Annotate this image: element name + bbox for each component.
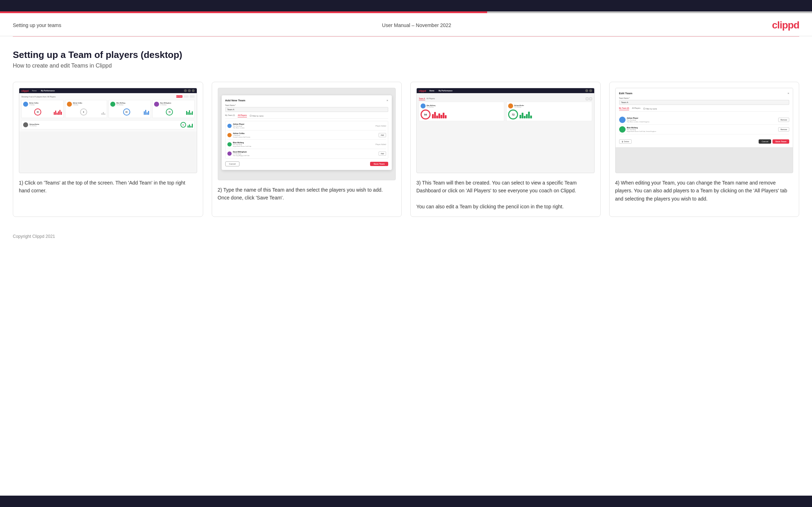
mock-cb: [250, 115, 252, 117]
mock-list-detail-1b: The Shire, London: [233, 127, 374, 129]
mock-delete-btn[interactable]: 🗑 Delete: [619, 139, 632, 144]
card-2: Add New Team × Team Name * Team A My Tea…: [212, 82, 402, 217]
mock-players-grid-1: Adrian Coliba1 Handicap 84: [21, 100, 195, 118]
mock-list-avatar-3: [227, 142, 232, 146]
mock-list-info-3: Blair McHarg Plus Handicap Royal North D…: [233, 142, 374, 147]
mock-delete-label: Delete: [624, 140, 629, 143]
mock-nav-3-home: Home: [428, 89, 436, 92]
mock-edit-info-2: Blair McHarg Plus Handicap Royal North D…: [627, 127, 777, 132]
mock-name-5: Richard Butler: [30, 123, 39, 125]
mock-dialog-footer-2: Cancel Save Team: [225, 161, 389, 166]
mock-pencil-icon: [586, 97, 589, 100]
mock-list-player-1: Adrian Player Plus Handicap The Shire, L…: [227, 123, 386, 130]
bar: [192, 124, 193, 128]
bar: [443, 113, 444, 118]
mock-team-header-1: Blair McHarg Plus Handicap: [421, 103, 502, 108]
bar: [188, 112, 189, 115]
mock-edit-avatar-1: [619, 117, 626, 123]
card-1: clippd Home My Performance Showing 4 out…: [13, 82, 203, 217]
bar: [145, 110, 146, 115]
bar: [186, 111, 187, 115]
mock-add-team-dialog: Add New Team × Team Name * Team A My Tea…: [222, 95, 392, 170]
card-4: Edit Team × Team Name * Team A My Team (…: [609, 82, 800, 217]
mock-add-btn-2[interactable]: Add: [379, 133, 386, 137]
mock-filter-cb: Filter by name: [250, 114, 264, 117]
mock-team-avatar-1: [421, 103, 426, 108]
mock-team-detail-2: Plus Handicap: [514, 106, 524, 108]
mock-remove-btn-1[interactable]: Remove: [778, 118, 789, 122]
header: Setting up your teams User Manual – Nove…: [0, 13, 812, 36]
mock-p3: Blair McHargPlus Handicap 94: [109, 100, 151, 118]
bar: [144, 111, 145, 115]
bar: [192, 111, 193, 115]
card-2-description: 2) Type the name of this Team and then s…: [218, 186, 396, 202]
mock-edit-field-label: Team Name *: [619, 97, 790, 99]
mock-edit-tabs: My Team (2) All Players Filter by name: [619, 107, 790, 112]
bar: [101, 113, 102, 115]
bar: [189, 110, 190, 115]
mock-cancel-btn-2[interactable]: Cancel: [225, 161, 240, 166]
bar: [526, 114, 528, 118]
bar: [148, 111, 149, 115]
mock-team-pname-1: Blair McHarg: [427, 105, 436, 106]
mock-team-header-2: Richard Butler Plus Handicap: [508, 103, 590, 108]
bottom-bar: [0, 496, 812, 507]
mock-team-stats-2: 72: [508, 110, 590, 119]
mock-avatar-2: [67, 102, 72, 107]
bar: [432, 114, 434, 118]
mock-save-btn-2[interactable]: Save Team: [370, 162, 388, 166]
mock-team-avatar-2: [508, 103, 513, 108]
mock-edit-p2: Blair McHarg Plus Handicap Royal North D…: [619, 125, 790, 134]
mock-bars-lg-1: [432, 111, 447, 118]
mock-avatar-1: [23, 102, 28, 107]
copyright-text: Copyright Clippd 2021: [13, 234, 55, 239]
mock-remove-btn-2[interactable]: Remove: [778, 127, 789, 132]
card-2-screenshot: Add New Team × Team Name * Team A My Tea…: [218, 88, 396, 180]
page-title: Setting up a Team of players (desktop): [13, 49, 799, 60]
bar: [190, 126, 191, 128]
bar: [61, 112, 62, 115]
bar: [188, 126, 189, 128]
mock-team-pname-2: Richard Butler: [514, 105, 524, 106]
mock-edit-title-text: Edit Team: [619, 92, 633, 95]
mock-list-player-2: Adrian Coliba 1 Handicap Central London …: [227, 132, 386, 140]
mock-nav-1: clippd Home My Performance: [19, 88, 197, 93]
mock-body-1: Showing 4 out of 4 players from: All Pla…: [19, 93, 197, 132]
mock-pname-4: Dave Billingham1.5 Handicap: [160, 102, 171, 106]
mock-pname-2: Adrian Coliba1 Handicap: [73, 102, 82, 106]
mock-edit-avatar-2: [619, 126, 626, 133]
mock-score-2: 0: [80, 108, 87, 116]
mock-brand-3: clippd: [419, 90, 426, 92]
mock-team-stats-1: 94: [421, 110, 502, 119]
mock-edit-cb: [643, 108, 645, 110]
mock-list-player-3: Blair McHarg Plus Handicap Royal North D…: [227, 142, 386, 149]
mock-list-detail-3b: Royal North Devon Golf Club: [233, 145, 374, 147]
header-divider: [13, 36, 799, 37]
mock-edit-close: ×: [787, 92, 789, 95]
mock-list-detail-4b: The Gog Magog Golf Club: [233, 155, 378, 156]
logo: clippd: [772, 20, 799, 31]
bar: [528, 112, 530, 118]
mock-edit-filter-cb: Filter by name: [643, 107, 657, 110]
mock-edit-p1: Adrian Player Plus Handicap The Shire, L…: [619, 115, 790, 125]
top-bar: [0, 0, 812, 11]
mock-avatar-3: [110, 102, 115, 107]
mock-tab-3-all: All Players: [427, 97, 435, 100]
mock-edit-save-btn[interactable]: Save Team: [773, 139, 789, 144]
mock-nav-3-teams: My Performance: [438, 89, 454, 92]
mock-list-avatar-1: [227, 124, 232, 128]
bar: [54, 112, 55, 115]
mock-bars-lg-2: [520, 111, 532, 118]
mock-list-detail-2b: Central London Golf Centre: [233, 136, 378, 138]
mock-p2: Adrian Coliba1 Handicap 0: [65, 100, 107, 118]
mock-avatar-4: [154, 102, 159, 107]
mock-detail-5: Plus Handicap: [30, 125, 39, 127]
mock-list-info-2: Adrian Coliba 1 Handicap Central London …: [233, 132, 378, 138]
mock-nav-3: clippd Home My Performance: [417, 88, 594, 93]
mock-list-avatar-4: [227, 151, 232, 156]
mock-p4: Dave Billingham1.5 Handicap 78: [152, 100, 195, 118]
mock-edit-cancel-btn[interactable]: Cancel: [759, 139, 771, 144]
mock-list-player-4: Dave Billingham 1.5 Handicap The Gog Mag…: [227, 151, 386, 156]
bar: [104, 113, 105, 115]
mock-add-btn-4[interactable]: Add: [379, 151, 386, 156]
